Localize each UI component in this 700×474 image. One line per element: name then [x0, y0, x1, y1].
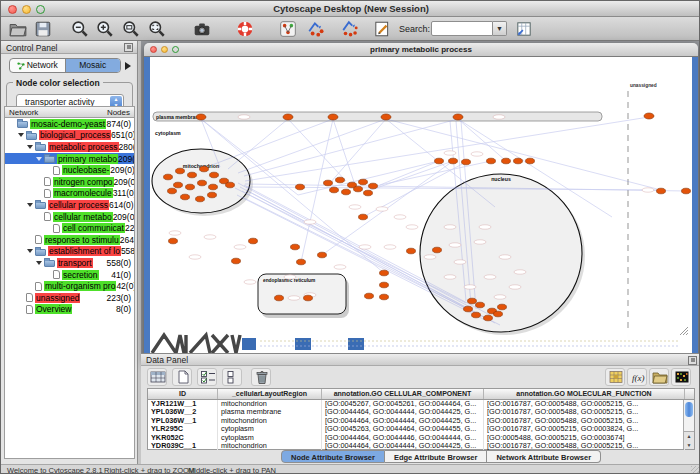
tree-header[interactable]: Network Nodes — [4, 106, 135, 118]
search-dropdown-icon[interactable]: ▼ — [493, 21, 507, 36]
float-data-panel-icon[interactable] — [688, 356, 697, 365]
import-table-icon[interactable] — [515, 20, 533, 38]
tree-header-network[interactable]: Network — [9, 108, 38, 117]
new-attribute-icon[interactable] — [172, 368, 192, 386]
tree-item[interactable]: transport558(0) — [5, 257, 134, 269]
float-panel-icon[interactable] — [124, 43, 133, 52]
search-input[interactable] — [431, 21, 493, 36]
tab-network-attribute-browser[interactable]: Network Attribute Browser — [487, 450, 601, 463]
tree-item[interactable]: metabolic process280(0) — [5, 141, 134, 153]
network-canvas[interactable]: plasma membrane cytoplasm mitochondrion … — [150, 57, 692, 361]
zoom-out-icon[interactable] — [71, 20, 89, 38]
tree-item[interactable]: response to stimulu264(0) — [5, 234, 134, 246]
table-cell: [GO:0044464, GO:0044444, GO:0044425, G..… — [322, 408, 484, 416]
select-attributes-icon[interactable] — [197, 368, 217, 386]
network-desktop: primary metabolic process plasma membran… — [141, 41, 700, 464]
column-header[interactable]: annotation.GO MOLECULAR_FUNCTION — [484, 389, 685, 399]
table-cell: cytoplasm — [218, 434, 322, 442]
attribute-table-header[interactable]: ID_cellularLayoutRegionannotation.GO CEL… — [148, 389, 694, 400]
region-plasma-membrane[interactable]: plasma membrane — [153, 112, 602, 121]
tree-item[interactable]: Overview8(0) — [5, 304, 134, 316]
expand-arrow-icon[interactable] — [27, 145, 33, 149]
expand-arrow-icon[interactable] — [36, 261, 42, 265]
tree-item[interactable]: secretion41(0) — [5, 269, 134, 281]
column-header[interactable]: ID — [148, 389, 218, 399]
mosaic-layout-icon[interactable] — [307, 20, 325, 38]
file-icon — [53, 270, 60, 279]
table-cell: [GO:0044464, GO:0044446, GO:0044444, G..… — [322, 434, 484, 442]
tree-item-label: macromolecule — [53, 188, 113, 198]
folder-icon — [35, 144, 46, 151]
heatmap-icon[interactable] — [671, 368, 691, 386]
zoom-in-icon[interactable] — [96, 20, 114, 38]
mosaic-region-icon[interactable] — [279, 20, 297, 38]
zoom-to-fit-icon[interactable] — [148, 20, 166, 38]
tree-item[interactable]: nitrogen compo209(0) — [5, 176, 134, 188]
tree-item[interactable]: cellular process614(0) — [5, 199, 134, 211]
network-tree[interactable]: mosaic-demo-yeast874(0)biological_proces… — [4, 118, 135, 459]
tree-item[interactable]: primary metabo209(... — [5, 153, 134, 165]
tree-item[interactable]: biological_process651(0) — [5, 130, 134, 142]
expand-arrow-icon[interactable] — [18, 133, 24, 137]
zoom-selected-region-icon[interactable] — [122, 20, 140, 38]
delete-attribute-icon[interactable] — [251, 368, 271, 386]
expand-arrow-icon[interactable] — [27, 249, 33, 253]
column-header[interactable]: _cellularLayoutRegion — [218, 389, 322, 399]
table-scrollbar[interactable]: ▲▼ — [683, 400, 694, 449]
region-endoplasmic-reticulum[interactable]: endoplasmic reticulum — [258, 274, 349, 318]
tree-item[interactable]: establishment of lo558(0) — [5, 246, 134, 258]
attribute-table[interactable]: ID_cellularLayoutRegionannotation.GO CEL… — [147, 388, 695, 450]
data-panel-toolbar: f(x) — [141, 366, 700, 388]
table-row[interactable]: YKR052Ccytoplasm[GO:0044464, GO:0044446,… — [148, 434, 694, 442]
expand-arrow-icon[interactable] — [27, 203, 33, 207]
table-row[interactable]: YLR295Ccytoplasm[GO:0045263, GO:0044464,… — [148, 425, 694, 433]
table-row[interactable]: YJR121W__1mitochondrion[GO:0045267, GO:0… — [148, 400, 694, 408]
tree-item-node-count: 614(0) — [109, 200, 134, 210]
table-row[interactable]: YPL036W__1mitochondrion[GO:0044464, GO:0… — [148, 417, 694, 425]
tab-overflow-arrow-icon[interactable] — [125, 62, 131, 70]
attribute-grid-icon[interactable] — [147, 368, 167, 386]
scrollbar-arrows[interactable]: ▲▼ — [684, 431, 694, 449]
attribute-table-body[interactable]: YJR121W__1mitochondrion[GO:0045267, GO:0… — [148, 400, 694, 450]
cytoscape-window: Cytoscape Desktop (New Session) Search: — [0, 0, 700, 474]
tree-item[interactable]: unassigned223(0) — [5, 292, 134, 304]
table-cell: [GO:0045267, GO:0045261, GO:0044464, G..… — [322, 400, 484, 408]
matrix-icon[interactable] — [605, 368, 625, 386]
window-resize-grip-icon[interactable] — [680, 327, 688, 335]
status-welcome: Welcome to Cytoscape 2.8.1 — [7, 466, 103, 474]
unselect-attributes-icon[interactable] — [222, 368, 242, 386]
tab-network[interactable]: Network — [10, 59, 65, 72]
tree-item-node-count: 209(0) — [110, 165, 134, 175]
function-icon[interactable]: f(x) — [627, 368, 647, 386]
region-nucleus[interactable]: nucleus — [420, 174, 585, 335]
column-header[interactable]: annotation.GO CELLULAR_COMPONENT — [322, 389, 484, 399]
scrollbar-thumb[interactable] — [685, 402, 693, 417]
save-session-icon[interactable] — [34, 20, 52, 38]
annotation-icon[interactable] — [373, 20, 391, 38]
network-window-titlebar[interactable]: primary metabolic process — [144, 43, 698, 57]
svg-text:f(x): f(x) — [632, 373, 645, 383]
node-color-selection-label: Node color selection — [13, 78, 103, 88]
tab-node-attribute-browser[interactable]: Node Attribute Browser — [281, 450, 385, 463]
tree-item[interactable]: macromolecule311(0) — [5, 188, 134, 200]
tab-edge-attribute-browser[interactable]: Edge Attribute Browser — [385, 450, 487, 463]
tree-item[interactable]: cellular metabo209(0) — [5, 211, 134, 223]
network-window-frame: plasma membrane cytoplasm mitochondrion … — [144, 57, 698, 361]
expand-arrow-icon[interactable] — [36, 157, 42, 161]
tree-item-node-count: 42(0) — [116, 281, 134, 291]
control-panel: Control Panel Network Mosaic Node color … — [1, 41, 138, 464]
table-row[interactable]: YPL036W__2plasma membrane[GO:0044464, GO… — [148, 408, 694, 416]
import-folder-icon[interactable] — [649, 368, 669, 386]
tab-mosaic-label: Mosaic — [79, 59, 106, 72]
tree-item[interactable]: mosaic-demo-yeast874(0) — [5, 118, 134, 130]
tree-item[interactable]: cell communicat22(0) — [5, 222, 134, 234]
tree-item[interactable]: multi-organism pro42(0) — [5, 280, 134, 292]
resize-grip-icon[interactable] — [691, 466, 700, 474]
open-session-icon[interactable] — [9, 20, 27, 38]
tree-header-nodes[interactable]: Nodes — [107, 108, 130, 117]
mosaic-partition-icon[interactable] — [341, 20, 359, 38]
snapshot-icon[interactable] — [193, 20, 211, 38]
help-icon[interactable] — [236, 20, 254, 38]
tab-mosaic[interactable]: Mosaic — [65, 59, 121, 72]
tree-item[interactable]: nucleobase-209(0) — [5, 164, 134, 176]
